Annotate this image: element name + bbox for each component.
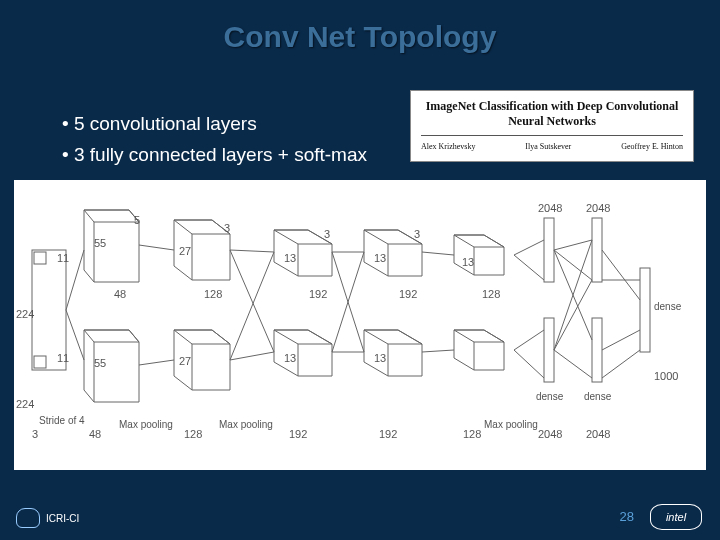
svg-text:dense: dense xyxy=(654,301,682,312)
slide: { "title": "Conv Net Topology", "bullets… xyxy=(0,0,720,540)
svg-text:2048: 2048 xyxy=(586,202,610,214)
paper-citation-box: ImageNet Classification with Deep Convol… xyxy=(410,90,694,162)
svg-text:48: 48 xyxy=(114,288,126,300)
svg-text:Max pooling: Max pooling xyxy=(119,419,173,430)
architecture-diagram: 224 3 224 11 11 Stride of 4 55 55 48 48 … xyxy=(14,180,706,470)
svg-text:3: 3 xyxy=(414,228,420,240)
svg-rect-3 xyxy=(544,218,554,282)
svg-text:13: 13 xyxy=(374,252,386,264)
svg-text:Stride of 4: Stride of 4 xyxy=(39,415,85,426)
svg-text:dense: dense xyxy=(536,391,564,402)
svg-text:13: 13 xyxy=(284,352,296,364)
svg-text:27: 27 xyxy=(179,245,191,257)
svg-text:13: 13 xyxy=(284,252,296,264)
svg-text:3: 3 xyxy=(32,428,38,440)
svg-rect-1 xyxy=(34,252,46,264)
svg-text:2048: 2048 xyxy=(538,202,562,214)
intel-logo: intel xyxy=(650,504,702,530)
svg-text:5: 5 xyxy=(134,214,140,226)
svg-text:27: 27 xyxy=(179,355,191,367)
svg-rect-4 xyxy=(544,318,554,382)
svg-text:13: 13 xyxy=(374,352,386,364)
divider xyxy=(421,135,683,136)
svg-text:128: 128 xyxy=(463,428,481,440)
bullet-item: 3 fully connected layers + soft-max xyxy=(62,140,367,169)
page-number: 28 xyxy=(620,509,634,524)
svg-text:13: 13 xyxy=(462,256,474,268)
brain-icon xyxy=(16,508,40,528)
svg-rect-5 xyxy=(592,218,602,282)
svg-text:224: 224 xyxy=(16,308,34,320)
svg-text:55: 55 xyxy=(94,237,106,249)
paper-title: ImageNet Classification with Deep Convol… xyxy=(421,99,683,129)
svg-text:3: 3 xyxy=(324,228,330,240)
svg-text:128: 128 xyxy=(482,288,500,300)
svg-text:2048: 2048 xyxy=(538,428,562,440)
paper-authors: Alex Krizhevsky Ilya Sutskever Geoffrey … xyxy=(421,142,683,151)
svg-rect-6 xyxy=(592,318,602,382)
svg-text:224: 224 xyxy=(16,398,34,410)
svg-rect-7 xyxy=(640,268,650,352)
svg-text:48: 48 xyxy=(89,428,101,440)
svg-text:1000: 1000 xyxy=(654,370,678,382)
svg-text:192: 192 xyxy=(399,288,417,300)
svg-text:2048: 2048 xyxy=(586,428,610,440)
svg-text:55: 55 xyxy=(94,357,106,369)
svg-text:192: 192 xyxy=(289,428,307,440)
svg-text:dense: dense xyxy=(584,391,612,402)
svg-text:192: 192 xyxy=(309,288,327,300)
svg-text:128: 128 xyxy=(204,288,222,300)
svg-text:Max pooling: Max pooling xyxy=(219,419,273,430)
footer-left-logo: ICRI-CI xyxy=(16,508,79,528)
svg-text:Max pooling: Max pooling xyxy=(484,419,538,430)
slide-title: Conv Net Topology xyxy=(0,20,720,54)
svg-text:3: 3 xyxy=(224,222,230,234)
bullet-item: 5 convolutional layers xyxy=(62,109,367,138)
svg-text:11: 11 xyxy=(57,252,69,264)
svg-text:192: 192 xyxy=(379,428,397,440)
footer-left-text: ICRI-CI xyxy=(46,513,79,524)
svg-text:128: 128 xyxy=(184,428,202,440)
svg-text:11: 11 xyxy=(57,352,69,364)
svg-rect-2 xyxy=(34,356,46,368)
